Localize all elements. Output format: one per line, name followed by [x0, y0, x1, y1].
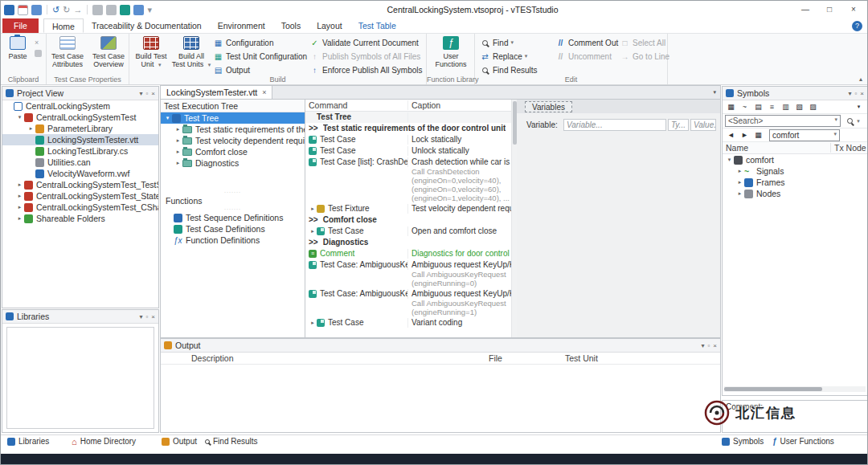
publish-symbols-button[interactable]: ↑ Publish Symbols of All Files	[309, 50, 420, 63]
column-name[interactable]: Name	[723, 143, 830, 153]
table-row[interactable]: >>Comfort close	[305, 214, 511, 226]
new-document-icon[interactable]	[18, 5, 28, 15]
panel-dropdown-icon[interactable]: ▾	[848, 90, 851, 97]
panel-dropdown-icon[interactable]: ▾	[701, 342, 704, 349]
column-command[interactable]: Command	[305, 100, 408, 110]
libraries-list[interactable]	[6, 327, 154, 429]
functions-item-function-definitions[interactable]: ƒxFunction Definitions	[161, 235, 305, 246]
validate-current-document-button[interactable]: ✓ Validate Current Document	[309, 36, 419, 49]
document-tab[interactable]: LockingSystemTester.vtt ×	[161, 86, 272, 99]
redo-icon[interactable]: ↻	[63, 5, 70, 15]
table-row[interactable]: Test Case [list]: CrashDet... Crash dete…	[305, 157, 511, 203]
output-list[interactable]	[161, 365, 720, 430]
waveform-icon[interactable]	[120, 5, 130, 15]
tree-item-project-root[interactable]: CentralLockingSystem	[2, 100, 158, 112]
variables-title[interactable]: Variables	[525, 101, 572, 112]
exec-tree-item-test-tree[interactable]: ▾Test Tree	[161, 112, 305, 124]
table-row[interactable]: >>Test static requirements of the door c…	[305, 123, 511, 134]
splitter-grip[interactable]: ·······	[161, 190, 305, 195]
open-project-icon[interactable]	[31, 5, 42, 15]
statusbar-output[interactable]: Output	[162, 437, 197, 446]
statusbar-home-directory[interactable]: ⌂ Home Directory	[72, 437, 136, 446]
next-icon[interactable]: ►	[739, 129, 751, 141]
tab-test-table[interactable]: Test Table	[350, 18, 404, 33]
tab-environment[interactable]: Environment	[210, 18, 273, 33]
symbols-tree-item-comfort[interactable]: ▾comfort	[723, 154, 867, 165]
undo-icon[interactable]: ↺	[52, 5, 59, 15]
document-tab-close-icon[interactable]: ×	[262, 88, 266, 96]
configuration-button[interactable]: ▦ Configuration	[213, 36, 273, 49]
column-caption[interactable]: Caption	[408, 100, 511, 110]
tree-item-parameter-library[interactable]: ▸ParameterLibrary	[2, 123, 158, 134]
exec-tree-item[interactable]: ▸Test velocity dependent requir...	[161, 135, 305, 146]
test-case-attributes-button[interactable]: Test Case Attributes	[47, 35, 88, 74]
panel-close-icon[interactable]: ×	[151, 313, 155, 320]
list-view-icon[interactable]: ≡	[766, 101, 778, 112]
panel-dropdown-icon[interactable]: ▾	[139, 313, 142, 320]
comment-out-button[interactable]: // Comment Out	[555, 36, 618, 49]
close-button[interactable]: ×	[841, 1, 866, 18]
statusbar-symbols[interactable]: Symbols	[722, 437, 764, 446]
panel-pin-icon[interactable]: ▫	[854, 90, 857, 97]
previous-icon[interactable]: ◄	[725, 129, 737, 141]
column-file[interactable]: File	[489, 353, 502, 363]
variable-type-field[interactable]: Ty...	[668, 119, 689, 131]
table-row[interactable]: Test Case: AmbiguousKey... Ambiguous req…	[305, 259, 511, 288]
test-case-overview-button[interactable]: Test Case Overview	[88, 35, 129, 74]
column-tx-node[interactable]: Tx Node	[830, 143, 867, 153]
table-row[interactable]: Test Case Lock statically	[305, 134, 511, 145]
tree-item-test-unit[interactable]: ▾CentralLockingSystemTest	[2, 112, 158, 123]
table-vertical-scrollbar[interactable]	[511, 100, 517, 337]
panel-pin-icon[interactable]: ▫	[707, 342, 710, 349]
find-button[interactable]: Find▾	[480, 36, 514, 49]
mapping-icon[interactable]: ▨	[807, 101, 819, 112]
variable-name-field[interactable]: Variable...	[563, 119, 666, 131]
symbols-tree-item-signals[interactable]: ▸~Signals	[723, 165, 867, 177]
minimize-button[interactable]: —	[793, 1, 817, 18]
functions-item-test-sequence-definitions[interactable]: Test Sequence Definitions	[161, 212, 305, 223]
column-test-unit[interactable]: Test Unit	[565, 353, 598, 363]
uncomment-button[interactable]: // Uncomment	[555, 50, 612, 63]
tree-item-cs-file[interactable]: LockingTestLibrary.cs	[2, 145, 158, 157]
table-row[interactable]: ▸Test Case Variant coding	[305, 317, 511, 328]
tab-file[interactable]: File	[2, 18, 39, 33]
ribbon-collapse-icon[interactable]: ▴	[859, 75, 862, 83]
maximize-button[interactable]: □	[817, 1, 841, 18]
build-all-icon[interactable]	[106, 5, 117, 15]
tree-item-test-unit[interactable]: ▸CentralLockingSystemTest_CSharp	[2, 202, 158, 213]
replace-button[interactable]: ⇄ Replace▾	[480, 50, 527, 63]
exec-tree-item[interactable]: ▸Comfort close	[161, 146, 305, 157]
tree-item-test-unit[interactable]: ▸CentralLockingSystemTest_StateDiagram	[2, 190, 158, 202]
table-row[interactable]: ▸Test Fixture Test velocity dependent re…	[305, 203, 511, 214]
forward-icon[interactable]: →	[73, 5, 82, 15]
toolbar-more-icon[interactable]: ▾	[853, 101, 865, 112]
tree-item-can-file[interactable]: Utilities.can	[2, 157, 158, 168]
copy-icon[interactable]	[35, 50, 42, 57]
exec-tree-item[interactable]: ▸Test static requirements of the...	[161, 124, 305, 135]
go-to-line-button[interactable]: → Go to Line	[620, 50, 669, 63]
panel-close-icon[interactable]: ×	[151, 90, 155, 97]
symbols-tree-item-nodes[interactable]: ▸Nodes	[723, 188, 867, 199]
table-row[interactable]: >>Diagnostics	[305, 237, 511, 248]
tab-layout[interactable]: Layout	[309, 18, 350, 33]
chart-icon[interactable]	[133, 5, 144, 15]
signal-view-icon[interactable]: ~	[739, 101, 751, 112]
build-all-test-units-button[interactable]: Build All Test Units ▾	[171, 35, 211, 74]
exec-tree-item[interactable]: ▸Diagnostics	[161, 157, 305, 169]
filter-icon[interactable]: ▧	[793, 101, 805, 112]
test-unit-configuration-button[interactable]: ▦ Test Unit Configuration	[213, 50, 307, 63]
symbol-explorer-icon[interactable]: ▦	[725, 101, 737, 112]
tab-home[interactable]: Home	[43, 18, 84, 33]
column-description[interactable]: Description	[191, 353, 234, 363]
grid-view-icon[interactable]: ▥	[780, 101, 792, 112]
symbols-search-input[interactable]: <Search> ▾	[725, 115, 841, 127]
save-icon[interactable]	[4, 5, 14, 15]
symbols-find-button[interactable]: ▾	[843, 115, 864, 127]
help-icon[interactable]: ?	[852, 21, 862, 31]
panel-pin-icon[interactable]: ▫	[145, 313, 148, 320]
symbols-horizontal-scrollbar[interactable]	[724, 386, 866, 392]
splitter-grip[interactable]: ·······	[161, 206, 305, 212]
tree-item-test-unit[interactable]: ▸CentralLockingSystemTest_TestSequen...	[2, 179, 158, 190]
table-row[interactable]: Test Case: AmbiguousKey... Ambiguous req…	[305, 288, 511, 317]
statusbar-find-results[interactable]: Find Results	[205, 437, 258, 446]
